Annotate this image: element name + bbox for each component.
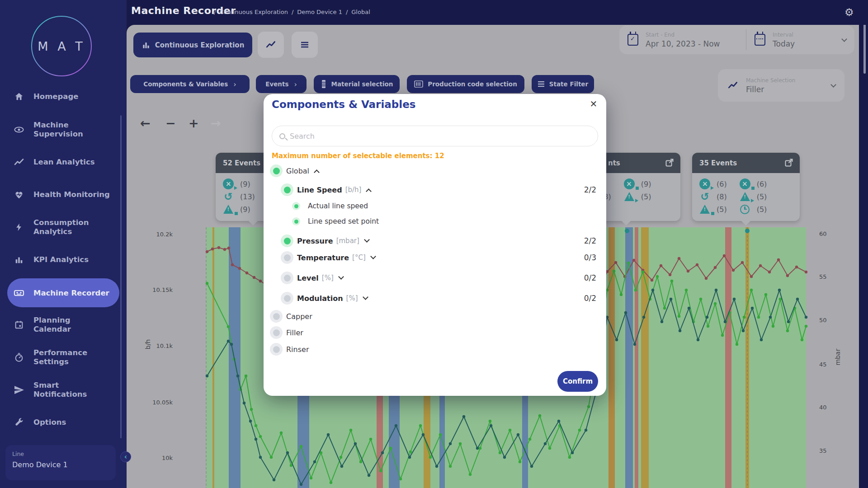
chevron-down-icon[interactable]: [338, 274, 344, 280]
tree-item-line-speed[interactable]: Line Speed [b/h] 2/2: [264, 183, 606, 197]
line-view-button[interactable]: [258, 32, 284, 58]
sidebar-item-label: Options: [33, 418, 66, 427]
warning-square-icon: [222, 203, 235, 215]
machine-selection-dropdown[interactable]: Machine Selection Filler: [718, 69, 844, 102]
tree-item-actual-line-speed[interactable]: Actual line speed: [264, 199, 606, 213]
trend-icon: [14, 157, 24, 168]
breadcrumb-item[interactable]: Global: [351, 9, 370, 15]
tree-item-rinser[interactable]: Rinser: [264, 343, 606, 356]
chevron-down-icon[interactable]: [370, 253, 376, 259]
card-pointer: [248, 221, 258, 225]
radio-selected-icon[interactable]: [281, 235, 293, 247]
sidebar-item-options[interactable]: Options: [14, 417, 115, 428]
barcode-icon: [414, 80, 423, 88]
filter-label: Components & Variables: [143, 80, 228, 88]
sidebar-item-health-monitoring[interactable]: Health Monitoring: [14, 189, 115, 200]
radio-unselected-icon[interactable]: [281, 272, 293, 284]
breadcrumb: / Continuous Exploration / Demo Device 1…: [214, 9, 370, 15]
filter-label: Events: [265, 80, 288, 88]
sidebar-item-homepage[interactable]: Homepage: [14, 91, 115, 102]
hamburger-icon: [299, 39, 310, 50]
filter-material-selection[interactable]: Material selection: [314, 75, 400, 93]
search-icon: [279, 133, 285, 139]
trend-icon: [265, 39, 277, 51]
open-in-new-icon[interactable]: [665, 158, 674, 167]
interval-select[interactable]: Interval Today: [746, 25, 854, 54]
tree-item-filler[interactable]: Filler: [264, 326, 606, 339]
tree-item-modulation[interactable]: Modulation [%] 0/2: [264, 291, 606, 305]
error-circle-play-icon: [698, 178, 711, 190]
tree-item-level[interactable]: Level [%] 0/2: [264, 271, 606, 285]
sidebar-item-kpi-analytics[interactable]: KPI Analytics: [14, 254, 115, 265]
back-arrow-button[interactable]: ←: [140, 115, 151, 131]
settings-gear-icon[interactable]: ⚙: [844, 6, 854, 19]
event-badge: (5): [623, 190, 651, 203]
filter-components-variables[interactable]: Components & Variables ›: [130, 75, 250, 93]
tree-item-line-speed-set-point[interactable]: Line speed set point: [264, 215, 606, 228]
filter-events[interactable]: Events ›: [256, 75, 307, 93]
filter-production-code[interactable]: Production code selection: [407, 75, 524, 93]
chevron-down-icon[interactable]: [363, 294, 368, 300]
chevron-right-icon: ›: [294, 80, 297, 89]
search-input[interactable]: [290, 132, 590, 141]
tree-item-global[interactable]: Global: [264, 164, 606, 178]
machine-selection-value: Filler: [746, 85, 795, 94]
filter-state[interactable]: State Filter: [532, 75, 594, 93]
breadcrumb-item[interactable]: Continuous Exploration: [219, 9, 288, 15]
radio-unselected-icon[interactable]: [281, 292, 293, 305]
date-range-picker[interactable]: ✓ Start - End Apr 10, 2023 - Now: [619, 25, 746, 54]
sidebar-item-label: Planning Calendar: [33, 316, 101, 334]
open-in-new-icon[interactable]: [784, 158, 793, 167]
sidebar-scrollbar[interactable]: [120, 115, 122, 438]
close-icon[interactable]: ✕: [587, 98, 600, 110]
sidebar-item-consumption-analytics[interactable]: Consumption Analytics: [14, 218, 115, 236]
radio-selected-icon[interactable]: [270, 164, 283, 177]
history-icon: ↺: [222, 191, 235, 202]
sidebar-item-machine-supervision[interactable]: Machine Supervision: [14, 121, 115, 139]
sidebar-item-label: KPI Analytics: [33, 255, 89, 264]
line-device-value: Demo Device 1: [12, 460, 109, 469]
list-view-button[interactable]: [292, 32, 318, 58]
zoom-in-button[interactable]: +: [189, 115, 199, 131]
chevron-up-icon[interactable]: [366, 188, 372, 194]
forward-arrow-button[interactable]: →: [211, 115, 221, 131]
tree-item-capper[interactable]: Capper: [264, 310, 606, 323]
event-badge: (5): [698, 203, 727, 216]
chevron-down-icon[interactable]: [364, 237, 370, 243]
sidebar-collapse-button[interactable]: ‹: [120, 451, 131, 462]
tab-continuous-exploration[interactable]: Continuous Exploration: [133, 33, 252, 57]
filter-lines-icon: [538, 81, 545, 87]
selection-count: 0/2: [584, 294, 596, 303]
warning-play-icon: [739, 191, 751, 202]
radio-selected-icon[interactable]: [292, 202, 300, 210]
events-card-35[interactable]: 35 Events (6) ↺ (8) (5) (6): [692, 153, 800, 221]
radio-unselected-icon[interactable]: [281, 251, 293, 264]
line-label: Line: [12, 450, 109, 457]
tree-item-temperature[interactable]: Temperature [°C] 0/3: [264, 251, 606, 264]
sidebar-item-planning-calendar[interactable]: Planning Calendar: [14, 316, 115, 334]
sidebar-item-lean-analytics[interactable]: Lean Analytics: [14, 157, 115, 168]
filter-label: State Filter: [549, 80, 588, 88]
svg-text:M A T: M A T: [38, 39, 85, 53]
radio-unselected-icon[interactable]: [270, 343, 283, 356]
chevron-up-icon[interactable]: [314, 169, 320, 175]
confirm-button[interactable]: Confirm: [557, 371, 598, 392]
sidebar-item-label: Consumption Analytics: [33, 218, 101, 236]
zoom-out-button[interactable]: −: [165, 115, 176, 131]
radio-unselected-icon[interactable]: [270, 326, 283, 339]
radio-unselected-icon[interactable]: [270, 310, 283, 323]
events-card-title: 52 Events: [223, 159, 260, 167]
card-pointer: [741, 221, 751, 225]
breadcrumb-separator: /: [292, 9, 293, 15]
selection-count: 0/3: [584, 253, 596, 262]
sidebar-item-machine-recorder[interactable]: Machine Recorder: [7, 278, 119, 307]
tree-item-pressure[interactable]: Pressure [mbar] 2/2: [264, 234, 606, 248]
page-scrollbar[interactable]: [863, 22, 866, 74]
sidebar-item-performance-settings[interactable]: Performance Settings: [14, 348, 115, 366]
breadcrumb-item[interactable]: Demo Device 1: [297, 9, 342, 15]
date-range-value: Apr 10, 2023 - Now: [646, 39, 720, 48]
sidebar-item-smart-notifications[interactable]: Smart Notifications: [14, 381, 115, 399]
material-icon: [321, 80, 327, 89]
radio-selected-icon[interactable]: [292, 217, 300, 225]
radio-selected-icon[interactable]: [281, 183, 293, 196]
